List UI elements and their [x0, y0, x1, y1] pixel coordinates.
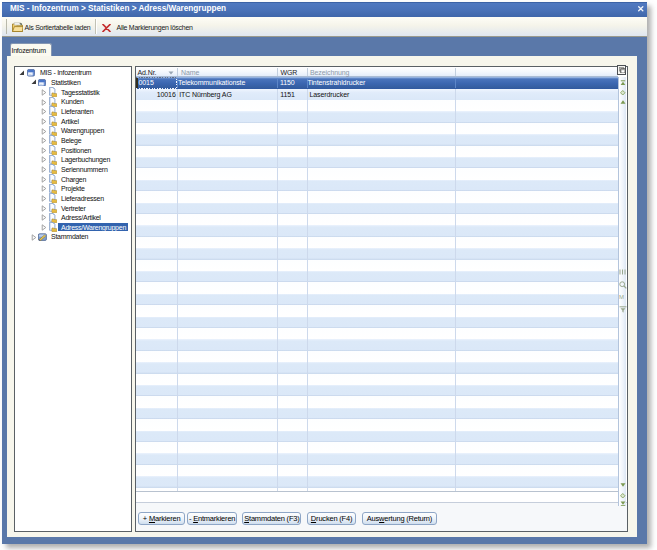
svg-text:M: M [619, 294, 624, 300]
